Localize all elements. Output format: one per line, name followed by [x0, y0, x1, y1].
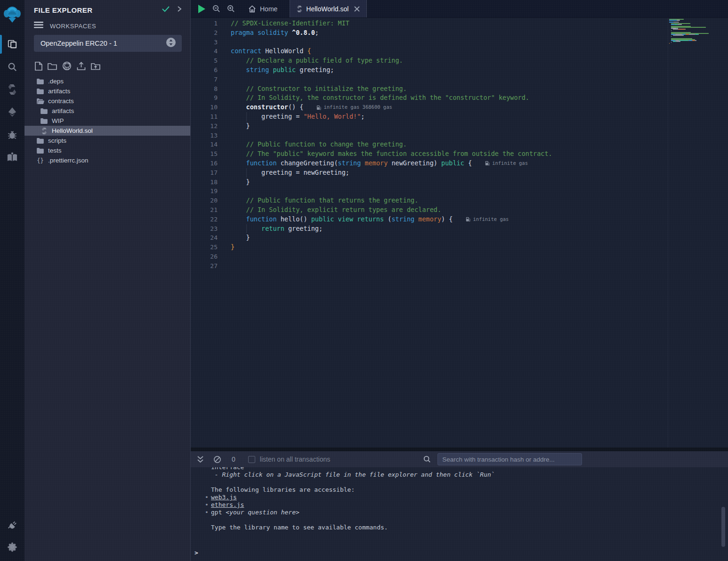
code-line: 25} — [191, 243, 728, 252]
run-script-play-icon[interactable] — [197, 4, 206, 14]
line-number: 24 — [191, 233, 218, 243]
tree-item-artifacts[interactable]: artifacts — [24, 86, 190, 96]
upload-file-icon[interactable] — [77, 62, 86, 71]
folder-icon — [40, 108, 48, 114]
tree-item-label: .deps — [48, 78, 64, 85]
load-folder-icon[interactable] — [91, 62, 100, 70]
accept-check-icon[interactable] — [162, 6, 170, 14]
gas-estimate-badge: infinite gas — [485, 159, 528, 168]
code-line: 8 // Constructor to initialize the greet… — [191, 84, 728, 94]
code-line-content: greeting = "Hello, World!"; — [218, 112, 365, 122]
line-number: 7 — [191, 75, 218, 84]
code-line: 20 // Public function that returns the g… — [191, 196, 728, 205]
github-icon[interactable] — [62, 61, 72, 71]
home-icon — [248, 5, 256, 13]
new-folder-icon[interactable] — [48, 62, 57, 70]
plugin-manager-icon[interactable] — [0, 513, 24, 536]
line-number: 26 — [191, 252, 218, 261]
code-line-content: } — [218, 233, 250, 243]
tree-item-wip[interactable]: WIP — [24, 116, 190, 126]
line-number: 19 — [191, 187, 218, 196]
workspaces-label: WORKSPACES — [50, 23, 96, 30]
new-file-icon[interactable] — [35, 62, 42, 71]
terminal-search-input[interactable] — [437, 453, 582, 465]
gas-estimate-badge: infinite gas — [466, 215, 509, 224]
collapse-panel-chevron-icon[interactable] — [177, 6, 182, 14]
zoom-out-icon[interactable] — [212, 5, 220, 13]
terminal-search-icon[interactable] — [423, 455, 431, 463]
code-line-content — [218, 187, 231, 196]
terminal-prompt[interactable]: > — [191, 549, 728, 557]
code-line-content: greeting = newGreeting; — [218, 168, 349, 178]
code-line: 27 — [191, 261, 728, 271]
tree-item-artifacts[interactable]: artifacts — [24, 106, 190, 116]
zoom-in-icon[interactable] — [227, 5, 235, 13]
code-line-content: // SPDX-License-Identifier: MIT — [218, 19, 349, 28]
gas-pump-icon — [316, 105, 321, 110]
workspace-sort-icon — [166, 37, 176, 49]
tree-item--deps[interactable]: .deps — [24, 76, 190, 86]
code-area[interactable]: 1// SPDX-License-Identifier: MIT2pragma … — [191, 18, 728, 447]
folder-open-icon — [36, 98, 44, 104]
line-number: 25 — [191, 243, 218, 252]
workspaces-menu-icon[interactable] — [34, 22, 43, 30]
code-editor[interactable]: 1// SPDX-License-Identifier: MIT2pragma … — [191, 18, 728, 447]
tree-item-label: WIP — [52, 117, 64, 124]
code-line-content: } — [218, 243, 235, 252]
code-line: 6 string public greeting; — [191, 65, 728, 75]
tree-item-helloworld-sol[interactable]: HelloWorld.sol — [24, 126, 190, 136]
terminal-scrollbar[interactable] — [721, 507, 725, 547]
workspace-select[interactable]: OpenZeppelin ERC20 - 1 — [34, 35, 182, 52]
code-line-content — [218, 38, 231, 47]
editor-minimap[interactable] — [668, 18, 728, 447]
tree-item-label: artifacts — [52, 107, 74, 114]
code-line-content: // Public function that returns the gree… — [218, 196, 418, 205]
code-line-content — [218, 75, 231, 84]
terminal-line: •ethers.js — [191, 501, 728, 509]
terminal-toolbar: 0 listen on all transactions — [191, 451, 728, 467]
tab-home[interactable]: Home — [242, 0, 284, 17]
terminal-resize-handle[interactable] — [191, 447, 728, 451]
line-number: 27 — [191, 261, 218, 271]
code-line: 9 // In Solidity, the constructor is def… — [191, 93, 728, 103]
close-tab-icon[interactable] — [354, 6, 360, 12]
file-tree: .depsartifactscontractsartifactsWIPHello… — [24, 76, 190, 165]
tree-item--prettierrc-json[interactable]: {}.prettierrc.json — [24, 155, 190, 165]
tree-item-contracts[interactable]: contracts — [24, 96, 190, 106]
code-line: 4contract HelloWorld { — [191, 47, 728, 56]
debugger-icon[interactable] — [0, 123, 24, 146]
learneth-icon[interactable] — [0, 146, 24, 169]
line-number: 22 — [191, 215, 218, 224]
clear-console-icon[interactable] — [213, 455, 221, 463]
settings-gear-icon[interactable] — [0, 536, 24, 558]
tree-item-tests[interactable]: tests — [24, 146, 190, 155]
line-number: 23 — [191, 224, 218, 234]
terminal-line: Type the library name to see available c… — [191, 524, 728, 531]
listen-transactions-checkbox[interactable] — [248, 456, 255, 463]
tree-item-scripts[interactable]: scripts — [24, 136, 190, 146]
tree-item-label: artifacts — [48, 88, 70, 95]
file-explorer-icon[interactable] — [0, 33, 24, 56]
code-line: 3 — [191, 38, 728, 47]
expand-terminal-icon[interactable] — [197, 455, 204, 463]
web3-js-link[interactable]: web3.js — [211, 494, 237, 501]
code-line: 22 function hello() public view returns … — [191, 215, 728, 224]
code-line: 24 } — [191, 233, 728, 243]
code-line-content: pragma solidity ^0.8.0; — [218, 28, 319, 38]
code-line: 7 — [191, 75, 728, 84]
line-number: 9 — [191, 93, 218, 103]
ethers-js-link[interactable]: ethers.js — [211, 501, 244, 508]
search-icon[interactable] — [0, 56, 24, 78]
solidity-compiler-icon[interactable] — [0, 78, 24, 101]
tab-helloworld-sol[interactable]: HelloWorld.sol — [290, 0, 367, 17]
line-number: 18 — [191, 178, 218, 187]
folder-icon — [36, 79, 44, 84]
deploy-run-icon[interactable] — [0, 101, 24, 123]
bullet: • — [205, 501, 209, 509]
code-line: 2pragma solidity ^0.8.0; — [191, 28, 728, 38]
code-line: 13 — [191, 131, 728, 140]
transaction-count: 0 — [232, 455, 235, 463]
tab-label: HelloWorld.sol — [306, 5, 348, 13]
code-line-content: function changeGreeting(string memory ne… — [218, 159, 528, 168]
activity-bar — [0, 0, 24, 561]
